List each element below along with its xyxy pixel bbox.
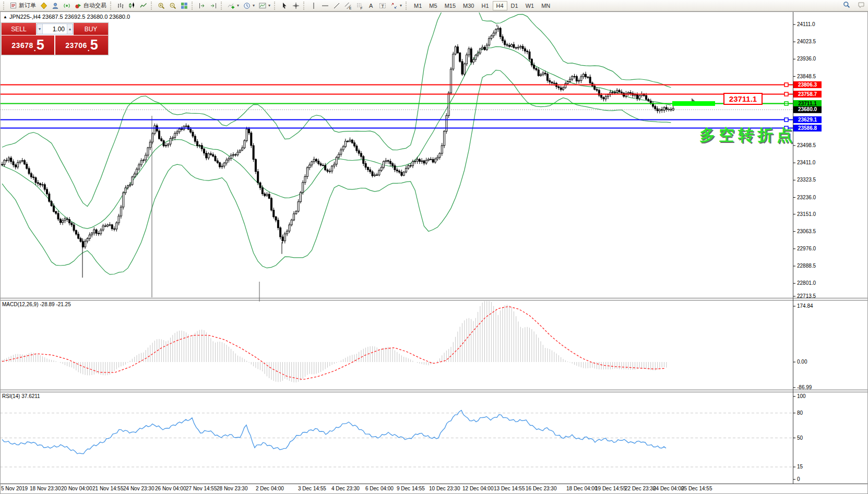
svg-text:A: A — [369, 3, 373, 9]
candle-body — [612, 92, 613, 93]
candle-body — [6, 160, 7, 161]
arrows-button[interactable]: ▾ — [388, 1, 404, 11]
chat-icon[interactable] — [858, 1, 865, 10]
fibonacci-button[interactable]: F — [354, 1, 365, 11]
auto-scroll-button[interactable] — [208, 1, 219, 11]
mql5-market-icon[interactable] — [38, 1, 50, 11]
chart-shift-button[interactable] — [196, 1, 208, 11]
time-axis-label: 28 Nov 23:30 — [217, 486, 248, 491]
time-axis[interactable]: 5 Nov 201918 Nov 23:3020 Nov 04:0021 Nov… — [0, 486, 868, 493]
time-axis-label: 20 Nov 04:00 — [61, 486, 92, 491]
candle-body — [118, 216, 120, 223]
community-icon[interactable] — [50, 1, 61, 11]
cursor-button[interactable] — [279, 1, 290, 11]
candle-body — [329, 171, 330, 172]
volume-decrease-button[interactable]: ▼ — [37, 24, 43, 34]
candle-body — [325, 165, 326, 170]
candle-body — [172, 138, 173, 139]
chart-area[interactable]: 24111.024023.523936.023848.523761.023673… — [0, 0, 868, 494]
label-button[interactable]: T — [377, 1, 388, 11]
candle-body — [313, 159, 315, 162]
search-icon[interactable] — [843, 1, 850, 10]
buy-price[interactable]: 23706.5 — [55, 35, 108, 55]
zoom-out-button[interactable] — [167, 1, 179, 11]
periods-button[interactable]: ▾ — [241, 1, 257, 11]
candle-body — [614, 92, 615, 93]
line-chart-button[interactable] — [138, 1, 149, 11]
candle-body — [457, 47, 458, 53]
chevron-down-icon[interactable]: ▾ — [268, 3, 270, 8]
candle-body — [239, 150, 241, 152]
candle-body — [192, 132, 194, 136]
candle-body — [322, 165, 324, 166]
timeframe-m30-button[interactable]: M30 — [459, 1, 478, 10]
volume-input[interactable] — [43, 24, 67, 34]
candle-body — [125, 188, 126, 193]
autotrade-glyph — [75, 2, 82, 9]
candle-body — [221, 166, 223, 166]
sell-price[interactable]: 23678.5 — [2, 35, 54, 55]
volume-increase-button[interactable]: ▲ — [67, 24, 73, 34]
candle-body — [432, 160, 434, 162]
line-anchor-marker[interactable] — [784, 118, 788, 122]
line-anchor-marker[interactable] — [784, 92, 788, 96]
candle-body — [248, 129, 250, 133]
collapse-panel-arrow[interactable]: ▲ — [3, 15, 7, 19]
candle-chart-button[interactable] — [126, 1, 138, 11]
price-tick-label: 22888.5 — [797, 263, 816, 269]
candle-body — [136, 169, 138, 174]
zoom-in-button[interactable] — [156, 1, 167, 11]
crosshair-button[interactable] — [290, 1, 302, 11]
candle-body — [403, 172, 405, 175]
timeframe-h1-button[interactable]: H1 — [478, 1, 492, 10]
price-callout[interactable]: 23711.1 — [723, 93, 763, 105]
chevron-down-icon[interactable]: ▾ — [237, 3, 239, 8]
candle-body — [51, 201, 52, 206]
highlight-rectangle[interactable] — [672, 101, 715, 106]
timeframe-d1-button[interactable]: D1 — [507, 1, 522, 10]
tile-windows-button[interactable] — [179, 1, 190, 11]
candle-body — [540, 75, 542, 76]
timeframe-w1-button[interactable]: W1 — [522, 1, 538, 10]
candle-body — [251, 133, 252, 146]
candle-body — [142, 160, 144, 161]
timeframe-m1-button[interactable]: M1 — [410, 1, 425, 10]
candle-body — [619, 90, 620, 92]
candle-body — [502, 37, 503, 41]
line-anchor-marker[interactable] — [784, 83, 788, 87]
chart-annotation[interactable]: 多空转折点 — [699, 125, 796, 146]
signals-icon[interactable] — [61, 1, 73, 11]
autotrading-button[interactable]: 自动交易 — [73, 1, 109, 11]
new-order-button[interactable]: 新订单 — [8, 1, 38, 11]
candle-body — [504, 41, 506, 45]
chevron-down-icon[interactable]: ▾ — [253, 3, 255, 8]
candle-body — [655, 106, 656, 109]
candle-body — [477, 53, 479, 55]
trendline-button[interactable] — [331, 1, 342, 11]
candle-body — [73, 225, 75, 231]
timeframe-mn-button[interactable]: MN — [538, 1, 554, 10]
candle-body — [62, 221, 64, 223]
price-tick-label: 23236.0 — [797, 195, 816, 200]
candle-body — [46, 189, 48, 194]
time-axis-label: 16 Dec 23:30 — [526, 486, 557, 491]
timeframe-m15-button[interactable]: M15 — [441, 1, 459, 10]
timeframe-h4-button[interactable]: H4 — [493, 1, 507, 10]
buy-button[interactable]: BUY — [74, 23, 108, 35]
sell-button[interactable]: SELL — [2, 23, 36, 35]
candle-body — [459, 53, 461, 62]
timeframe-m5-button[interactable]: M5 — [425, 1, 441, 10]
horizontal-line-button[interactable] — [319, 1, 331, 11]
vertical-line-button[interactable] — [308, 1, 319, 11]
text-button[interactable]: A — [365, 1, 377, 11]
candle-body — [55, 211, 57, 213]
templates-button[interactable]: ▾ — [257, 1, 272, 11]
candle-body — [634, 94, 636, 95]
equidistant-channel-button[interactable]: E — [342, 1, 354, 11]
candle-body — [531, 59, 532, 65]
chevron-down-icon[interactable]: ▾ — [400, 3, 402, 8]
candle-body — [563, 88, 564, 90]
indicators-button[interactable]: ▾ — [225, 1, 241, 11]
price-tick-label: 23151.0 — [797, 211, 816, 217]
bar-chart-button[interactable] — [115, 1, 126, 11]
